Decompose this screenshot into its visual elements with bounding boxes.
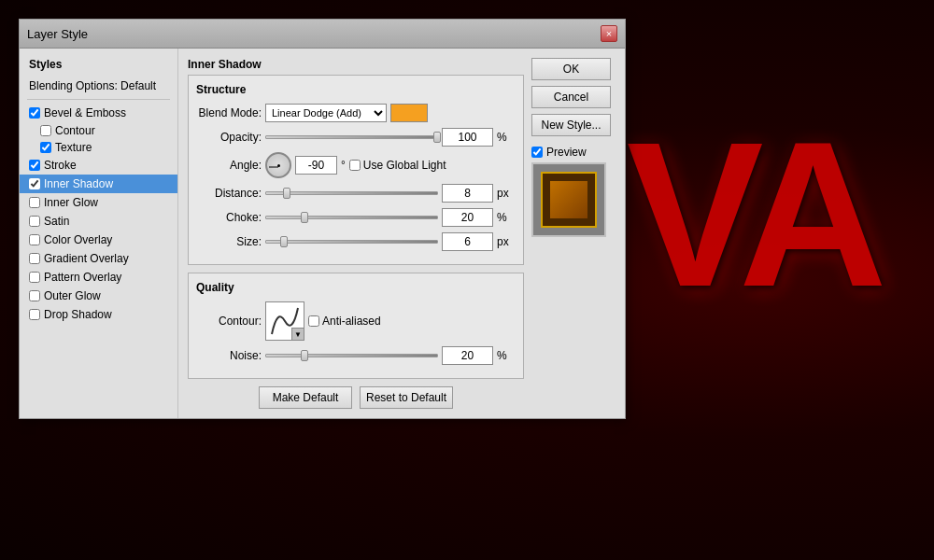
angle-wheel[interactable] [265,152,291,178]
angle-row: Angle: ° Use Global Light [196,152,516,178]
buttons-area: OK Cancel New Style... Preview [531,58,616,409]
global-light-checkbox[interactable] [349,160,361,171]
drop-shadow-checkbox[interactable] [29,309,40,320]
size-slider[interactable] [265,235,438,248]
bevel-emboss-checkbox[interactable] [29,107,40,119]
angle-unit: ° [341,159,346,172]
choke-label: Choke: [196,211,262,224]
blend-mode-select[interactable]: Linear Dodge (Add) Normal Multiply Scree… [265,104,387,122]
distance-label: Distance: [196,187,262,200]
choke-input[interactable] [442,208,493,227]
sidebar-styles-title: Styles [20,56,177,77]
contour-checkbox[interactable] [40,125,51,136]
opacity-thumb [433,132,441,143]
distance-input[interactable] [442,184,493,203]
sidebar-item-outer-glow[interactable]: Outer Glow [20,287,177,305]
opacity-row: Opacity: 100 % [196,128,516,147]
outer-glow-checkbox[interactable] [29,290,40,301]
blending-label: Blending Options: Default [29,79,156,92]
reset-default-button[interactable]: Reset to Default [360,386,453,409]
cancel-button[interactable]: Cancel [531,86,611,108]
noise-unit: % [497,349,516,362]
distance-slider[interactable] [265,187,438,200]
choke-unit: % [497,211,516,224]
right-panel: Inner Shadow Structure Blend Mode: Linea… [178,49,625,418]
noise-input[interactable] [442,346,493,365]
inner-glow-label: Inner Glow [44,196,98,209]
opacity-label: Opacity: [196,131,262,144]
size-unit: px [497,235,516,248]
contour-picker-wrapper: ▼ [265,301,304,341]
gradient-overlay-checkbox[interactable] [29,253,40,264]
preview-image [541,172,597,228]
sidebar-item-color-overlay[interactable]: Color Overlay [20,231,177,249]
inner-shadow-section-title: Inner Shadow [188,58,524,71]
sidebar-item-drop-shadow[interactable]: Drop Shadow [20,305,177,324]
inner-shadow-checkbox[interactable] [29,178,40,189]
sidebar-item-gradient-overlay[interactable]: Gradient Overlay [20,249,177,268]
sidebar-item-blending[interactable]: Blending Options: Default [20,77,177,95]
new-style-button[interactable]: New Style... [531,114,611,136]
preview-section: Preview [531,146,616,237]
dialog-body: Styles Blending Options: Default Bevel &… [20,49,625,418]
satin-checkbox[interactable] [29,216,40,227]
angle-center-dot [277,164,280,167]
anti-alias-label: Anti-aliased [308,315,381,328]
structure-panel: Structure Blend Mode: Linear Dodge (Add)… [188,75,524,265]
satin-label: Satin [44,215,69,228]
contour-label: Contour: [196,315,262,328]
blend-mode-label: Blend Mode: [196,106,262,119]
inner-shadow-label: Inner Shadow [44,177,113,190]
noise-slider[interactable] [265,349,438,362]
sidebar-item-pattern-overlay[interactable]: Pattern Overlay [20,268,177,287]
opacity-input[interactable]: 100 [442,128,493,147]
noise-label: Noise: [196,349,262,362]
close-button[interactable]: × [601,25,617,42]
angle-input[interactable] [295,156,337,175]
anti-alias-text: Anti-aliased [322,315,381,328]
stroke-label: Stroke [44,159,77,172]
preview-label[interactable]: Preview [531,146,616,159]
noise-track [265,354,438,357]
ok-button[interactable]: OK [531,58,611,80]
opacity-slider[interactable] [265,131,438,144]
angle-needle [269,167,278,168]
sidebar-item-inner-shadow[interactable]: Inner Shadow [20,175,177,193]
pattern-overlay-checkbox[interactable] [29,272,40,283]
make-default-button[interactable]: Make Default [259,386,352,409]
sidebar-item-stroke[interactable]: Stroke [20,156,177,175]
gradient-overlay-label: Gradient Overlay [44,252,129,265]
choke-track [265,216,438,219]
choke-slider[interactable] [265,211,438,224]
opacity-unit: % [497,131,516,144]
drop-shadow-label: Drop Shadow [44,308,112,321]
sidebar-item-texture[interactable]: Texture [20,139,177,156]
anti-alias-checkbox[interactable] [308,315,319,327]
blend-color-swatch[interactable] [390,104,428,122]
preview-checkbox[interactable] [531,147,543,158]
content-area: Inner Shadow Structure Blend Mode: Linea… [188,58,524,409]
size-label: Size: [196,235,262,248]
sidebar-item-contour[interactable]: Contour [20,122,177,139]
stroke-checkbox[interactable] [29,160,40,171]
contour-dropdown-arrow[interactable]: ▼ [291,328,304,341]
sidebar-item-inner-glow[interactable]: Inner Glow [20,193,177,212]
noise-thumb [301,350,308,361]
texture-checkbox[interactable] [40,142,51,153]
dialog-titlebar: Layer Style × [20,20,625,49]
structure-title: Structure [196,83,516,96]
sidebar-item-satin[interactable]: Satin [20,212,177,231]
size-track [265,240,438,244]
color-overlay-checkbox[interactable] [29,234,40,245]
quality-panel: Quality Contour: [188,273,524,379]
distance-unit: px [497,187,516,200]
noise-row: Noise: % [196,346,516,365]
bottom-buttons: Make Default Reset to Default [188,386,524,409]
preview-text: Preview [546,146,587,159]
sidebar-item-bevel-emboss[interactable]: Bevel & Emboss [20,104,177,122]
inner-glow-checkbox[interactable] [29,197,40,208]
pattern-overlay-label: Pattern Overlay [44,271,121,284]
color-overlay-label: Color Overlay [44,233,112,246]
preview-image-inner [550,181,587,218]
size-input[interactable] [442,232,493,251]
